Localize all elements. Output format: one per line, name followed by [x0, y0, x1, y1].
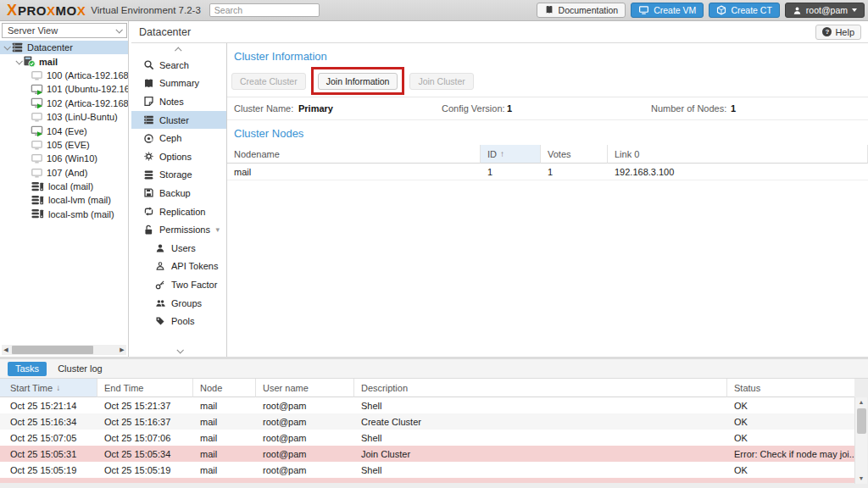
column-header-description[interactable]: Description [354, 379, 727, 397]
tree-item-vm-104[interactable]: 104 (Eve) [0, 124, 129, 137]
gear-icon [142, 151, 154, 162]
tree-item-vm-106[interactable]: 106 (Win10) [0, 152, 129, 165]
cluster-information-heading: Cluster Information [227, 43, 868, 68]
tree-item-datacenter[interactable]: Datacenter [0, 41, 129, 54]
menu-item-two-factor[interactable]: Two Factor [131, 275, 226, 294]
tree-item-storage-local-lvm[interactable]: local-lvm (mail) [0, 193, 129, 207]
column-header-status[interactable]: Status [727, 379, 854, 397]
horizontal-scrollbar[interactable]: ◀ ▶ [2, 345, 126, 355]
menu-item-storage[interactable]: Storage [131, 166, 226, 185]
task-row[interactable]: Oct 25 15:21:14Oct 25 15:21:37 mailroot@… [0, 397, 854, 413]
column-header-user-name[interactable]: User name [256, 379, 354, 397]
product-version-label: Virtual Environment 7.2-3 [91, 5, 201, 15]
menu-item-label: Options [159, 152, 192, 162]
column-header-start-time[interactable]: Start Time↓ [0, 379, 97, 397]
join-cluster-button[interactable]: Join Cluster [409, 73, 473, 90]
logo-text: PRO [18, 3, 47, 18]
replication-icon [142, 206, 154, 217]
chevron-down-icon [852, 8, 857, 12]
tree-item-vm-105[interactable]: 105 (EVE) [0, 138, 129, 152]
cluster-name-value: Primary [298, 103, 333, 114]
create-cluster-button[interactable]: Create Cluster [231, 73, 306, 90]
vm-stopped-icon [31, 111, 43, 123]
column-header-node[interactable]: Node [193, 379, 256, 397]
task-row-error[interactable]: Oct 25 15:05:31Oct 25 15:05:34 mailroot@… [0, 446, 854, 462]
table-cell-link0[interactable]: 192.168.3.100 [608, 164, 868, 180]
tab-cluster-log[interactable]: Cluster log [58, 363, 103, 374]
tree-item-vm-107[interactable]: 107 (And) [0, 166, 129, 180]
menu-item-backup[interactable]: Backup [131, 184, 226, 202]
menu-item-label: Groups [171, 298, 202, 308]
notes-icon [142, 96, 154, 107]
storage-icon [31, 194, 45, 207]
menu-item-notes[interactable]: Notes [131, 92, 226, 111]
partial-task-row [0, 478, 854, 483]
chevron-expand-icon[interactable]: ▾ [215, 225, 220, 234]
table-cell-votes[interactable]: 1 [541, 164, 608, 180]
tree-item-node-mail[interactable]: mail [0, 54, 129, 68]
search-input[interactable] [209, 3, 320, 17]
menu-item-groups[interactable]: Groups [131, 294, 226, 313]
tree-item-label: 105 (EVE) [47, 140, 90, 150]
scroll-down-hint[interactable] [131, 348, 227, 353]
chevron-down-icon [115, 26, 122, 33]
scroll-up-icon[interactable]: ▲ [859, 397, 865, 408]
tree-item-label: local-smb (mail) [48, 209, 114, 219]
cluster-nodes-table: Nodename ID↑ Votes Link 0 mail 1 1 192.1… [227, 145, 868, 180]
column-header-id[interactable]: ID↑ [481, 145, 541, 164]
menu-item-label: Backup [159, 188, 191, 198]
tree-item-label: mail [39, 57, 58, 67]
tree-item-label: 106 (Win10) [47, 153, 97, 164]
tree-item-vm-102[interactable]: 102 (Artica-192.168.3 [0, 97, 129, 110]
table-cell-id[interactable]: 1 [481, 164, 541, 180]
menu-item-ceph[interactable]: Ceph [131, 129, 226, 147]
column-header-votes[interactable]: Votes [541, 145, 608, 164]
sort-desc-icon: ↓ [56, 383, 60, 392]
scroll-left-icon[interactable]: ◀ [2, 347, 10, 353]
menu-item-label: Replication [159, 207, 205, 217]
tree-item-storage-local-smb[interactable]: local-smb (mail) [0, 208, 129, 221]
chevron-down-icon[interactable] [3, 45, 11, 50]
menu-item-search[interactable]: Search [131, 56, 226, 75]
help-button[interactable]: ? Help [815, 25, 861, 40]
tree-item-vm-103[interactable]: 103 (LinU-Buntu) [0, 110, 129, 124]
menu-item-permissions[interactable]: Permissions ▾ [131, 220, 226, 239]
menu-item-pools[interactable]: Pools [131, 312, 226, 330]
menu-item-users[interactable]: Users [131, 239, 226, 258]
column-header-nodename[interactable]: Nodename [227, 145, 481, 164]
view-selector[interactable]: Server View [2, 23, 127, 38]
menu-item-api-tokens[interactable]: API Tokens [131, 258, 226, 276]
menu-item-cluster[interactable]: Cluster [131, 111, 226, 130]
cluster-content: Cluster Information Create Cluster Join … [227, 43, 868, 357]
chevron-down-icon[interactable] [14, 59, 23, 64]
scroll-right-icon[interactable]: ▶ [118, 347, 126, 353]
task-row[interactable]: Oct 25 15:16:34Oct 25 15:16:37 mailroot@… [0, 413, 854, 430]
table-cell-nodename[interactable]: mail [227, 164, 481, 180]
tree-item-vm-101[interactable]: 101 (Ubuntu-192.168. [0, 82, 129, 96]
vm-stopped-icon [31, 167, 43, 179]
scrollbar-thumb[interactable] [12, 346, 93, 354]
menu-item-summary[interactable]: Summary [131, 75, 226, 93]
menu-item-replication[interactable]: Replication [131, 202, 226, 221]
task-row[interactable]: Oct 25 15:07:05Oct 25 15:07:06 mailroot@… [0, 430, 854, 446]
user-menu-button[interactable]: root@pam [785, 3, 865, 18]
cluster-toolbar: Create Cluster Join Information Join Clu… [227, 68, 868, 97]
create-ct-button[interactable]: Create CT [709, 3, 779, 18]
scroll-up-hint[interactable] [131, 43, 226, 56]
menu-item-options[interactable]: Options [131, 147, 226, 166]
documentation-button[interactable]: Documentation [537, 3, 626, 18]
task-row[interactable]: Oct 25 15:05:19Oct 25 15:05:19 mailroot@… [0, 462, 854, 478]
content-header: Datacenter ? Help [131, 21, 868, 43]
column-header-link0[interactable]: Link 0 [608, 145, 868, 164]
column-header-end-time[interactable]: End Time [97, 379, 193, 397]
scrollbar-thumb[interactable] [857, 408, 866, 434]
book-icon [544, 5, 554, 15]
tree-item-vm-100[interactable]: 100 (Artica-192.168.3 [0, 69, 129, 82]
vertical-scrollbar[interactable]: ▲ ▼ [854, 397, 867, 484]
create-vm-button[interactable]: Create VM [631, 3, 704, 18]
tab-tasks[interactable]: Tasks [8, 362, 47, 376]
vm-running-icon [31, 97, 43, 109]
join-information-button[interactable]: Join Information [318, 73, 398, 90]
tree-item-storage-local[interactable]: local (mail) [0, 180, 129, 193]
scroll-down-icon[interactable]: ▼ [859, 474, 865, 484]
